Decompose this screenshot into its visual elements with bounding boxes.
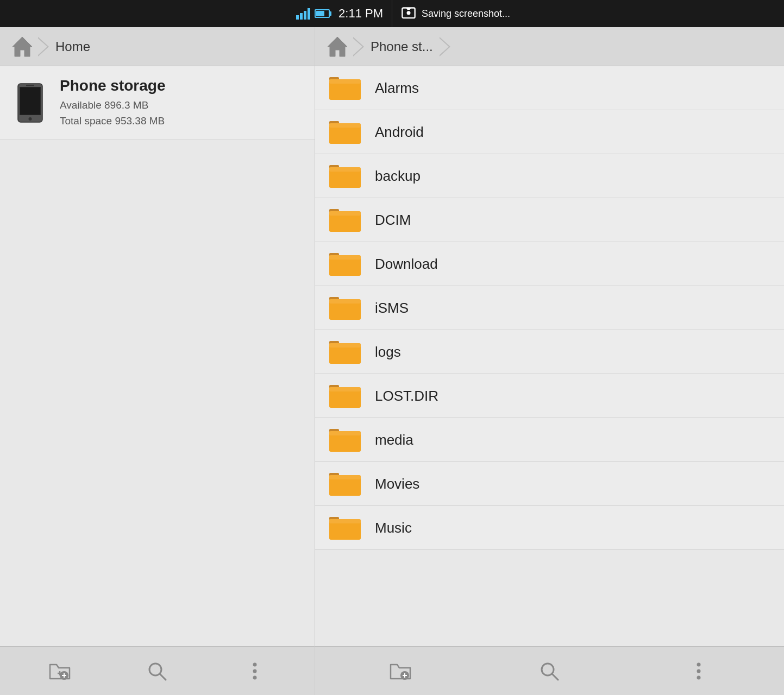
folder-item[interactable]: Download (315, 242, 784, 286)
folder-item[interactable]: media (315, 418, 784, 462)
folder-icon (326, 424, 364, 456)
right-panel: Phone st... Alarms (315, 27, 784, 695)
svg-point-16 (253, 662, 257, 666)
svg-rect-34 (329, 255, 361, 260)
storage-title: Phone storage (60, 77, 165, 94)
left-toolbar-area (0, 647, 315, 695)
folder-icon (326, 467, 364, 500)
folder-name: backup (375, 168, 421, 185)
svg-point-60 (697, 675, 700, 679)
folder-name: Download (375, 256, 438, 273)
status-bar: 2:11 PM Saving screenshot... (0, 0, 784, 27)
folder-name: Android (375, 124, 424, 141)
folder-list: Alarms Android backup (315, 66, 784, 646)
folder-item[interactable]: Movies (315, 462, 784, 506)
folder-icon (326, 511, 364, 544)
svg-rect-43 (329, 387, 361, 391)
svg-rect-52 (329, 519, 361, 523)
svg-rect-46 (329, 431, 361, 435)
folder-item[interactable]: DCIM (315, 198, 784, 242)
new-folder-button[interactable] (43, 655, 76, 687)
status-bar-left: 2:11 PM (0, 0, 392, 27)
svg-point-1 (407, 11, 411, 15)
svg-line-57 (552, 674, 558, 680)
svg-rect-8 (26, 85, 34, 86)
svg-rect-37 (329, 299, 361, 304)
left-panel: Home Phone storage (0, 27, 315, 695)
signal-icon (296, 8, 310, 20)
left-toolbar (0, 646, 315, 695)
status-bar-right: Saving screenshot... (392, 0, 784, 27)
right-breadcrumb-arrow (353, 37, 364, 56)
storage-info: Phone storage Available 896.3 MB Total s… (60, 77, 165, 129)
right-breadcrumb-label: Phone st... (366, 39, 437, 54)
left-empty-space (0, 140, 315, 646)
folder-name: iSMS (375, 300, 409, 317)
folder-icon (326, 380, 364, 412)
folder-icon (326, 72, 364, 104)
screenshot-icon (401, 6, 416, 21)
folder-name: media (375, 432, 413, 448)
svg-rect-31 (329, 211, 361, 216)
right-home-icon[interactable] (324, 33, 351, 60)
svg-rect-6 (20, 87, 40, 115)
left-breadcrumb-arrow (38, 37, 49, 56)
folder-item[interactable]: backup (315, 154, 784, 198)
left-breadcrumb-label: Home (51, 39, 95, 54)
more-options-button[interactable] (239, 655, 271, 687)
folder-item[interactable]: Android (315, 110, 784, 154)
right-new-folder-button[interactable] (384, 655, 417, 687)
svg-point-58 (697, 662, 700, 666)
svg-marker-2 (12, 37, 32, 56)
folder-item[interactable]: Alarms (315, 66, 784, 110)
folder-name: DCIM (375, 212, 411, 229)
folder-icon (326, 292, 364, 324)
svg-point-7 (28, 117, 32, 121)
right-breadcrumb-arrow2 (440, 37, 450, 56)
left-breadcrumb: Home (0, 27, 315, 66)
svg-point-59 (697, 669, 700, 673)
left-home-icon[interactable] (9, 33, 36, 60)
right-search-button[interactable] (533, 655, 566, 687)
right-toolbar-area (315, 647, 784, 695)
folder-item[interactable]: logs (315, 330, 784, 374)
status-time: 2:11 PM (338, 7, 383, 21)
storage-available: Available 896.3 MB (60, 98, 165, 113)
main-content: Home Phone storage (0, 27, 784, 695)
folder-icon (326, 336, 364, 368)
search-button[interactable] (141, 655, 173, 687)
folder-icon (326, 116, 364, 148)
folder-icon (326, 248, 364, 280)
folder-item[interactable]: Music (315, 506, 784, 550)
svg-rect-22 (329, 79, 361, 84)
folder-item[interactable]: LOST.DIR (315, 374, 784, 418)
folder-icon (326, 204, 364, 236)
folder-name: logs (375, 344, 401, 361)
svg-point-17 (253, 669, 257, 673)
folder-name: LOST.DIR (375, 388, 438, 405)
svg-marker-19 (328, 37, 347, 56)
folder-item[interactable]: iSMS (315, 286, 784, 330)
svg-point-18 (253, 675, 257, 679)
battery-icon (315, 9, 330, 18)
phone-storage-item[interactable]: Phone storage Available 896.3 MB Total s… (0, 66, 315, 140)
folder-name: Movies (375, 476, 419, 492)
svg-rect-28 (329, 167, 361, 172)
right-breadcrumb: Phone st... (315, 27, 784, 66)
right-more-options-button[interactable] (682, 655, 715, 687)
svg-rect-25 (329, 123, 361, 128)
folder-name: Alarms (375, 80, 419, 97)
right-toolbar (315, 646, 784, 695)
svg-line-15 (160, 674, 166, 680)
phone-icon (11, 81, 49, 125)
storage-total: Total space 953.38 MB (60, 113, 165, 129)
svg-rect-49 (329, 475, 361, 479)
folder-name: Music (375, 520, 412, 536)
screenshot-label: Saving screenshot... (422, 8, 510, 20)
folder-icon (326, 160, 364, 192)
svg-rect-40 (329, 343, 361, 348)
